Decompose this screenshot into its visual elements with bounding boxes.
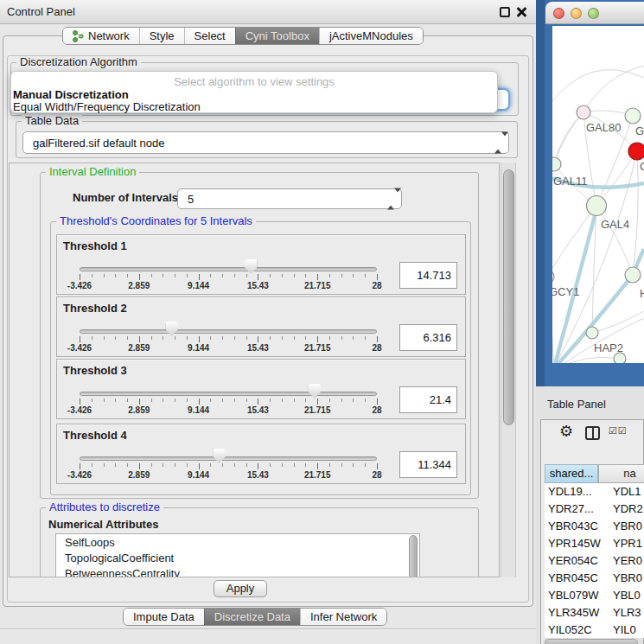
network-icon xyxy=(73,30,84,42)
svg-text:GCY1: GCY1 xyxy=(552,285,579,298)
algorithm-dropdown-popup: Select algorithm to view settings Manual… xyxy=(10,71,498,113)
table-data-combobox[interactable]: galFiltered.sif default node xyxy=(22,131,509,154)
option-manual-discretization[interactable]: Manual Discretization xyxy=(13,88,129,101)
thresholds-group-label: Threshold's Coordinates for 5 Intervals xyxy=(56,215,256,227)
number-of-intervals-combobox[interactable]: 5 xyxy=(177,188,402,209)
slider-track[interactable] xyxy=(80,267,377,271)
table-row[interactable]: YDR27...YDR2 xyxy=(545,501,644,518)
node-gal4 xyxy=(587,196,607,216)
network-canvas[interactable]: GAL80 GA C GAL11 GAL4 GCY1 H HAP2 xyxy=(552,26,644,363)
node-red-selected xyxy=(628,143,644,160)
scrollbar-thumb[interactable] xyxy=(545,639,638,644)
table-row[interactable]: YDL19...YDL1 xyxy=(545,483,644,501)
interval-definition-label: Interval Definition xyxy=(46,166,139,178)
tab-network-label: Network xyxy=(88,29,130,42)
column-header-name[interactable]: na xyxy=(598,464,644,483)
slider-thumb[interactable] xyxy=(214,449,226,463)
number-of-intervals-value: 5 xyxy=(188,193,194,206)
right-section: GAL80 GA C GAL11 GAL4 GCY1 H HAP2 Table … xyxy=(536,0,644,644)
threshold-2-slider[interactable]: -3.426 2.859 9.144 15.43 21.715 28 xyxy=(80,297,377,358)
threshold-1-panel: Threshold 1 -3.426 2.859 9.144 15.43 21.… xyxy=(56,234,466,295)
table-row[interactable]: YIL052CYIL0 xyxy=(545,622,644,638)
threshold-1-slider[interactable]: -3.426 2.859 9.144 15.43 21.715 28 xyxy=(80,235,377,296)
tab-discretize-data[interactable]: Discretize Data xyxy=(204,609,300,625)
tab-jactivemnodules[interactable]: jActiveMNodules xyxy=(319,28,423,44)
threshold-3-value-field[interactable]: 21.4 xyxy=(399,386,457,413)
table-horizontal-scrollbar[interactable] xyxy=(543,638,643,644)
list-item[interactable]: TopologicalCoefficient xyxy=(56,550,419,565)
attributes-group: Attributes to discretize Numerical Attri… xyxy=(40,507,479,577)
slider-track[interactable] xyxy=(80,329,377,334)
tab-cyni-toolbox[interactable]: Cyni Toolbox xyxy=(235,28,319,44)
table-panel-titlebar: Table Panel xyxy=(536,386,644,419)
slider-track[interactable] xyxy=(80,392,377,396)
table-row[interactable]: YBR045CYBR0 xyxy=(545,570,644,587)
columns-icon[interactable] xyxy=(585,426,600,440)
table-data-group: Table Data galFiltered.sif default node xyxy=(16,121,518,158)
tab-impute-data[interactable]: Impute Data xyxy=(124,609,204,625)
column-header-shared-name[interactable]: shared... xyxy=(545,464,598,483)
threshold-3-panel: Threshold 3 -3.426 2.859 9.144 15.43 21.… xyxy=(56,359,466,419)
threshold-2-panel: Threshold 2 -3.426 2.859 9.144 15.43 21.… xyxy=(56,296,466,357)
thresholds-group: Threshold's Coordinates for 5 Intervals … xyxy=(50,221,471,495)
table-header: shared... na xyxy=(545,464,644,483)
node-gal80 xyxy=(577,105,590,119)
node-hap2 xyxy=(586,327,598,339)
list-item[interactable]: BetweennessCentrality xyxy=(56,565,419,577)
table-panel-title: Table Panel xyxy=(547,398,606,411)
svg-text:GAL4: GAL4 xyxy=(601,218,629,231)
panel-title: Control Panel xyxy=(7,5,75,18)
list-scrollbar[interactable] xyxy=(408,535,418,577)
threshold-1-value-field[interactable]: 14.713 xyxy=(399,262,457,289)
tab-infer-network[interactable]: Infer Network xyxy=(300,609,386,625)
table-row[interactable]: YBR043CYBR0 xyxy=(545,518,644,535)
numerical-attributes-label: Numerical Attributes xyxy=(48,518,158,531)
threshold-4-slider[interactable]: -3.426 2.859 9.144 15.43 21.715 28 xyxy=(80,424,377,485)
close-traffic-light-icon[interactable] xyxy=(553,8,564,19)
threshold-4-value-field[interactable]: 11.344 xyxy=(399,451,457,478)
apply-button[interactable]: Apply xyxy=(214,580,267,597)
slider-thumb[interactable] xyxy=(245,259,257,274)
svg-text:C: C xyxy=(640,160,644,173)
slider-thumb[interactable] xyxy=(309,384,321,399)
table-row[interactable]: YER054CYER0 xyxy=(545,552,644,570)
gear-icon[interactable]: ⚙ xyxy=(559,422,573,441)
scrollbar-thumb[interactable] xyxy=(503,169,514,425)
table-row[interactable]: YLR345WYLR3 xyxy=(545,604,644,622)
tab-network[interactable]: Network xyxy=(63,28,139,44)
settings-scroll-viewport: Interval Definition Number of Intervals … xyxy=(9,163,500,577)
dropdown-placeholder: Select algorithm to view settings xyxy=(11,75,497,88)
node-partial-top-right xyxy=(625,108,641,124)
svg-text:HAP2: HAP2 xyxy=(594,341,623,354)
table-data-selected-value: galFiltered.sif default node xyxy=(33,137,164,150)
slider-thumb[interactable] xyxy=(166,322,178,336)
tab-style[interactable]: Style xyxy=(139,28,184,44)
bottom-divider xyxy=(0,628,536,630)
zoom-traffic-light-icon[interactable] xyxy=(588,8,599,19)
float-window-icon[interactable] xyxy=(500,7,510,17)
network-window-titlebar[interactable] xyxy=(545,2,644,24)
number-of-intervals-label: Number of Intervals xyxy=(73,191,178,204)
combo-spinner-icon xyxy=(494,137,501,150)
threshold-3-slider[interactable]: -3.426 2.859 9.144 15.43 21.715 28 xyxy=(80,360,377,420)
threshold-2-value-field[interactable]: 6.316 xyxy=(399,324,457,351)
close-icon[interactable] xyxy=(516,7,526,17)
attributes-group-label: Attributes to discretize xyxy=(46,501,163,513)
slider-track[interactable] xyxy=(80,456,377,461)
table-row[interactable]: YBL079WYBL0 xyxy=(545,587,644,604)
select-columns-checkbox-icons[interactable]: ☑☑ xyxy=(609,425,628,437)
svg-text:GAL80: GAL80 xyxy=(586,121,621,134)
list-item[interactable]: SelfLoops xyxy=(56,534,419,550)
minimize-traffic-light-icon[interactable] xyxy=(571,8,582,19)
interval-definition-group: Interval Definition Number of Intervals … xyxy=(40,172,479,499)
numerical-attributes-list[interactable]: SelfLoops TopologicalCoefficient Between… xyxy=(55,533,420,577)
node-partial-right xyxy=(625,267,641,283)
settings-vertical-scrollbar[interactable] xyxy=(501,163,516,577)
svg-text:GAL11: GAL11 xyxy=(553,175,588,188)
node-gal11 xyxy=(552,157,561,171)
threshold-4-panel: Threshold 4 -3.426 2.859 9.144 15.43 21.… xyxy=(56,424,466,484)
option-equal-width-frequency[interactable]: Equal Width/Frequency Discretization xyxy=(13,100,201,113)
table-row[interactable]: YPR145WYPR1 xyxy=(545,535,644,552)
control-panel-titlebar: Control Panel xyxy=(0,0,536,24)
tab-select[interactable]: Select xyxy=(184,28,235,44)
